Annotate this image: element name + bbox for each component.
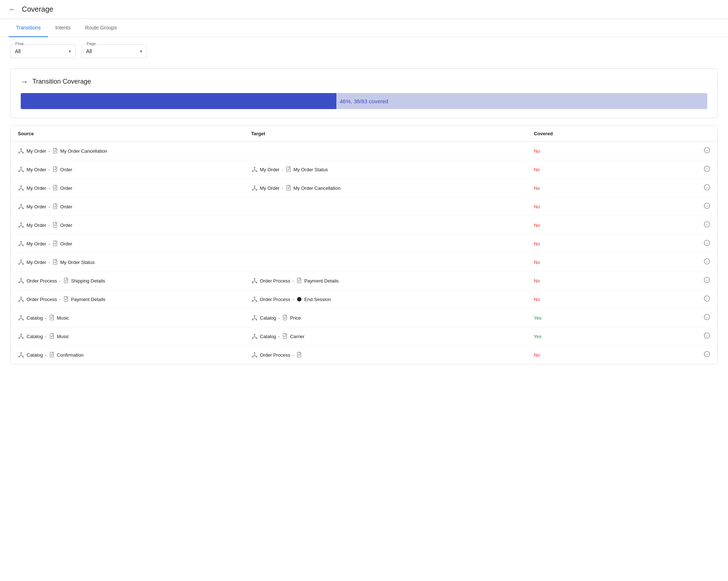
source-page-icon [52,148,58,154]
table-cell-action[interactable] [654,290,717,309]
page-select[interactable]: All ▾ [81,44,147,58]
target-flow-name: Order Process [260,297,291,302]
flow-node-icon [251,314,258,321]
svg-line-106 [19,281,21,282]
svg-line-95 [21,263,23,264]
svg-point-80 [23,245,24,246]
page-filter: Page All ▾ [81,44,147,58]
col-header-target: Target [244,126,527,142]
source-page-name: Music [57,315,69,321]
back-icon: ← [9,5,16,13]
table-cell-action[interactable] [654,327,717,346]
page-title: Coverage [22,5,53,13]
table-cell-action[interactable] [654,309,717,327]
table-row: Catalog - Music Catalog - Price Yes [11,309,717,327]
info-icon[interactable] [704,334,710,340]
info-icon[interactable] [704,204,710,210]
svg-point-186 [23,356,24,357]
table-row: My Order - My Order Cancellation No [11,142,717,160]
target-page-name: End Session [304,297,331,302]
info-icon[interactable] [704,241,710,247]
source-flow-name: Order Process [27,278,57,284]
svg-line-128 [21,300,23,301]
svg-point-2 [23,152,24,153]
source-flow-name: My Order [27,148,46,154]
info-icon[interactable] [704,297,710,303]
source-flow-name: Catalog [27,315,43,321]
table-cell-target: My Order - My Order Status [244,160,527,179]
table-cell-covered: No [527,290,654,309]
page-select-value: All [86,48,92,54]
info-icon[interactable] [704,278,710,284]
svg-point-23 [256,171,257,172]
info-icon[interactable] [704,352,710,358]
table-cell-action[interactable] [654,346,717,364]
table-row: My Order - Order No [11,197,717,216]
target-page-icon [285,166,291,173]
svg-line-5 [21,151,23,152]
source-page-name: Order [60,167,72,172]
svg-point-1 [19,152,20,153]
table-cell-covered: No [527,197,654,216]
info-icon[interactable] [704,167,710,173]
page-chevron-icon: ▾ [140,49,142,54]
table-cell-action[interactable] [654,197,717,216]
svg-point-174 [256,338,257,339]
info-icon[interactable] [704,185,710,192]
table-cell-covered: No [527,253,654,272]
source-page-name: Payment Details [71,297,105,302]
tab-transitions[interactable]: Transitions [9,19,48,37]
flow-node-icon [251,352,258,358]
source-page-name: Shipping Details [71,278,105,284]
table-cell-target [244,197,527,216]
svg-line-188 [19,355,21,356]
svg-point-172 [254,334,255,335]
flow-node-icon [18,148,24,154]
table-cell-source: Order Process - Payment Details [11,290,244,309]
svg-line-115 [252,281,254,282]
progress-bar-label: 46%, 38/83 covered [21,98,707,104]
table-cell-action[interactable] [654,216,717,235]
info-icon[interactable] [704,315,710,321]
table-cell-action[interactable] [654,253,717,272]
info-icon[interactable] [704,260,710,266]
table-cell-target: Order Process - [244,346,527,364]
tab-route-groups[interactable]: Route Groups [78,19,124,37]
svg-line-59 [21,207,23,208]
table-cell-source: My Order - Order [11,179,244,197]
svg-point-123 [21,297,22,298]
svg-point-92 [23,264,24,265]
svg-point-12 [21,167,22,168]
source-flow-name: My Order [27,185,46,191]
table-header-row: Source Target Covered [11,126,717,142]
flow-node-icon [18,259,24,265]
svg-point-132 [254,297,255,298]
back-button[interactable]: ← [9,5,16,13]
table-cell-action[interactable] [654,142,717,160]
info-icon[interactable] [704,148,710,155]
svg-point-125 [23,301,24,302]
tab-intents[interactable]: Intents [48,19,78,37]
flow-filter: Flow All ▾ [10,44,76,58]
flow-node-icon [18,240,24,247]
target-page-name: Carrier [290,334,305,339]
flow-select[interactable]: All ▾ [10,44,76,58]
table-cell-action[interactable] [654,235,717,253]
covered-value: Yes [534,315,541,321]
progress-bar-container: 46%, 38/83 covered [21,93,707,109]
svg-line-198 [255,355,256,356]
source-page-icon [52,259,58,265]
source-page-name: Order [60,204,72,209]
table-cell-action[interactable] [654,272,717,290]
svg-point-68 [23,227,24,228]
table-cell-action[interactable] [654,160,717,179]
svg-point-21 [254,167,255,168]
source-page-icon [63,296,69,302]
svg-point-56 [23,208,24,209]
info-icon[interactable] [704,223,710,229]
source-flow-name: Catalog [27,352,43,358]
target-page-icon [285,185,291,191]
table-cell-action[interactable] [654,179,717,197]
coverage-card-header: → Transition Coverage [21,77,707,86]
source-page-icon [49,314,55,321]
